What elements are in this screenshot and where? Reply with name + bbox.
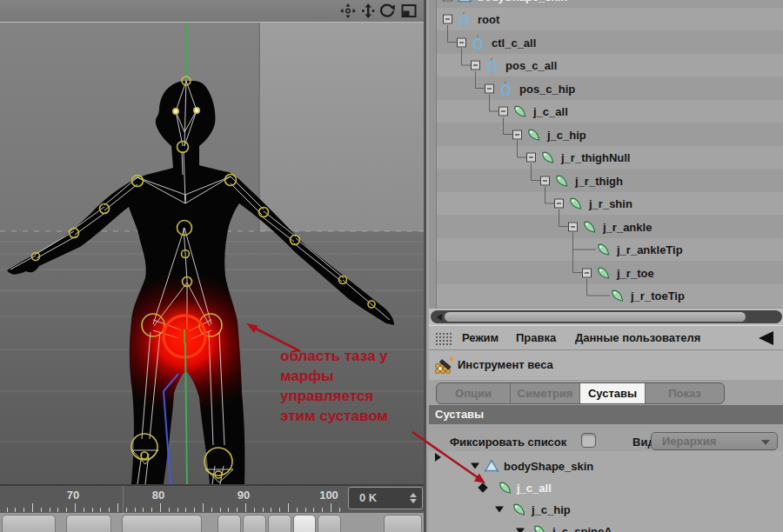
keyframe-count-field[interactable]: 0 K [348, 487, 423, 509]
null-object-icon [499, 81, 512, 96]
expand-collapse-box[interactable] [512, 130, 522, 139]
grip-icon[interactable] [435, 332, 452, 345]
tree-row-pos_c_all[interactable]: pos_c_all [429, 54, 783, 77]
ruler-tick [339, 508, 340, 512]
joint-icon [499, 482, 512, 495]
back-arrow-icon[interactable] [759, 331, 773, 345]
weight-joints-list[interactable]: bodyShape_skin j_c_all j_c_hip j_c_spine… [429, 451, 783, 532]
joint-list-row-j_c_spineA[interactable]: j_c_spineA [429, 521, 783, 532]
tab-Симетрия[interactable]: Симетрия [511, 383, 580, 403]
spinner-up-icon[interactable] [410, 493, 417, 497]
mesh-skin-icon [458, 0, 472, 3]
tree-row-label: pos_c_hip [519, 82, 575, 95]
spinner-down-icon[interactable] [410, 499, 417, 503]
bottom-toolbar-button-4[interactable] [218, 515, 241, 532]
bottom-toolbar-button-6[interactable] [268, 515, 291, 532]
expand-triangle-icon[interactable] [495, 507, 504, 513]
zoom-icon[interactable] [360, 3, 376, 18]
annotation-line: этим суставом [280, 406, 437, 426]
annotation-line: область таза у [280, 346, 437, 366]
expand-collapse-box[interactable] [499, 107, 508, 116]
tree-row-ctl_c_all[interactable]: ctl_c_all [429, 30, 783, 54]
joint-list-row-bodyShape_skin[interactable]: bodyShape_skin [429, 456, 783, 477]
expand-collapse-box[interactable] [526, 153, 536, 163]
tree-row-label: j_r_ankleTip [617, 243, 683, 256]
scrollbar-trough[interactable] [431, 310, 782, 323]
tree-row-label: j_r_thigh [575, 174, 623, 187]
joint-icon [597, 243, 610, 256]
joint-icon [555, 174, 568, 187]
pan-icon[interactable] [340, 3, 356, 18]
tree-row-j_r_toe[interactable]: j_r_toe [429, 261, 783, 284]
ruler-tick [313, 508, 314, 512]
tree-row-j_r_ankle[interactable]: j_r_ankle [429, 215, 783, 238]
expand-triangle-icon[interactable] [516, 529, 525, 532]
joint-list-row-j_c_all[interactable]: j_c_all [429, 477, 783, 499]
tree-row-j_r_shin[interactable]: j_r_shin [429, 192, 783, 216]
expand-collapse-box[interactable] [540, 176, 550, 185]
ruler-tick [100, 508, 101, 512]
tree-row-j_c_all[interactable]: j_c_all [429, 100, 783, 123]
ruler-tick [151, 508, 152, 512]
view-dropdown-value: Иерархия [662, 435, 716, 448]
viewport-titlebar[interactable] [0, 0, 424, 23]
tab-Опции[interactable]: Опции [437, 383, 511, 403]
tab-Показ[interactable]: Показ [646, 383, 724, 403]
cinema4d-weight-tool-screen: 60708090100 0 K bodyShape_skin root ctl_… [0, 0, 783, 532]
bottom-toolbar-button-8[interactable] [318, 515, 341, 532]
expand-collapse-box[interactable] [443, 0, 452, 1]
chevron-down-icon [761, 440, 770, 445]
tree-row-label: ctl_c_all [492, 36, 536, 49]
ruler-tick [305, 508, 306, 512]
maximize-view-icon[interactable] [401, 3, 417, 18]
ruler-tick [50, 508, 50, 512]
tab-Суставы[interactable]: Суставы [580, 383, 646, 403]
bottom-toolbar-button-1[interactable] [2, 515, 56, 532]
bottom-toolbar-button-7[interactable] [293, 515, 316, 532]
expand-triangle-icon[interactable] [471, 463, 479, 469]
tree-row-j_r_thigh[interactable]: j_r_thigh [429, 169, 783, 192]
scrollbar-left-arrow-icon[interactable] [437, 314, 442, 321]
selected-hip-joint[interactable] [148, 300, 221, 373]
joint-icon [611, 289, 624, 303]
rotate-icon[interactable] [379, 3, 395, 18]
expand-collapse-box[interactable] [457, 37, 466, 47]
diamond-marker-icon[interactable] [478, 482, 487, 492]
object-manager-tree[interactable]: bodyShape_skin root ctl_c_all pos_c_all … [429, 0, 783, 309]
tree-row-j_r_toeTip[interactable]: j_r_toeTip [429, 284, 783, 308]
ruler-tick [185, 508, 186, 512]
tree-row-root[interactable]: root [429, 8, 783, 31]
expand-collapse-box[interactable] [582, 268, 592, 277]
tree-row-j_c_hip[interactable]: j_c_hip [429, 123, 783, 146]
ruler-tick [254, 508, 255, 512]
expand-collapse-box[interactable] [568, 222, 578, 231]
menu-item-Режим[interactable]: Режим [462, 331, 499, 344]
expand-collapse-box[interactable] [554, 199, 564, 209]
ruler-tick [32, 503, 33, 512]
ruler-tick [7, 508, 8, 512]
bottom-toolbar-button-5[interactable] [243, 515, 266, 532]
expand-collapse-box[interactable] [485, 83, 494, 93]
section-header-label: Суставы [435, 408, 484, 421]
expand-collapse-box[interactable] [443, 15, 452, 24]
joint-icon [533, 525, 546, 532]
scrollbar-handle[interactable] [445, 312, 746, 322]
right-panel: bodyShape_skin root ctl_c_all pos_c_all … [424, 0, 783, 532]
attribute-manager-menubar: РежимПравкаДанные пользователя [429, 325, 783, 350]
tree-row-pos_c_hip[interactable]: pos_c_hip [429, 76, 783, 100]
view-dropdown[interactable]: Иерархия [651, 432, 778, 450]
menu-item-Данные пользователя[interactable]: Данные пользователя [575, 331, 700, 344]
row-expand-right-icon[interactable] [435, 453, 441, 462]
bottom-toolbar-button-9[interactable] [384, 515, 422, 532]
bottom-toolbar-button-3[interactable] [122, 515, 202, 532]
bottom-toolbar-button-2[interactable] [66, 515, 111, 532]
fix-list-checkbox[interactable] [581, 433, 596, 448]
horizontal-scrollbar[interactable] [429, 309, 783, 325]
frame-label-80: 80 [152, 489, 164, 502]
expand-collapse-box[interactable] [471, 61, 480, 70]
tree-row-j_r_ankleTip[interactable]: j_r_ankleTip [429, 238, 783, 262]
joint-list-row-j_c_hip[interactable]: j_c_hip [429, 499, 783, 521]
tree-row-j_r_thighNull[interactable]: j_r_thighNull [429, 146, 783, 170]
joint-list-label: j_c_spineA [552, 525, 612, 532]
menu-item-Правка[interactable]: Правка [516, 331, 556, 344]
